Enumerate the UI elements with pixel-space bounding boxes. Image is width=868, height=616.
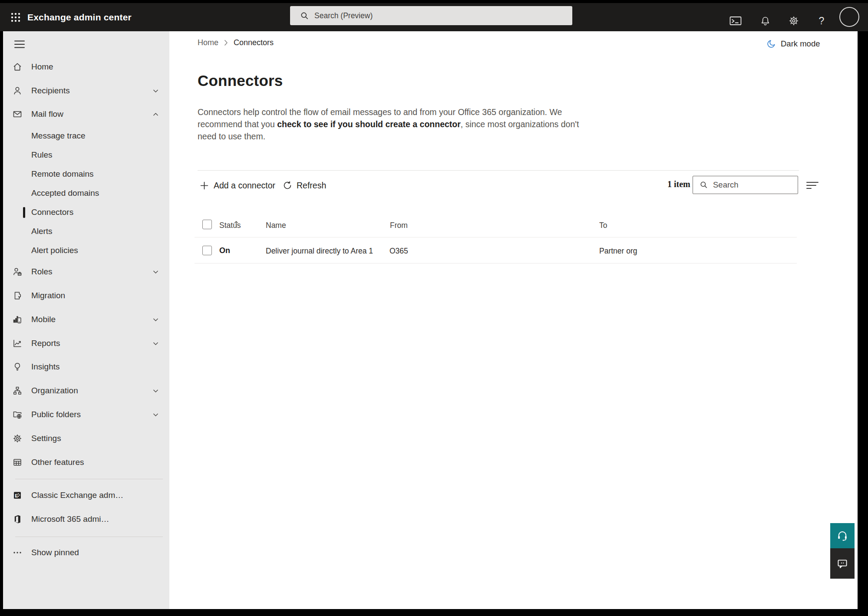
- sidebar-item-label: Public folders: [31, 410, 81, 419]
- exchange-admin-center-window: Exchange admin center: [0, 0, 868, 616]
- sidebar-item-label: Message trace: [31, 131, 86, 141]
- document-arrow-icon: [12, 290, 23, 301]
- gear-icon: [788, 15, 799, 26]
- page-title: Connectors: [198, 72, 283, 89]
- toolbar-top-divider: [198, 170, 799, 171]
- ellipsis-icon: [12, 547, 23, 558]
- sidebar-item-label: Alerts: [31, 227, 53, 236]
- sidebar-item-label: Insights: [31, 362, 59, 372]
- mail-icon: [12, 109, 23, 119]
- sidebar-item-mail-flow[interactable]: Mail flow: [3, 105, 169, 124]
- sidebar-item-label: Other features: [31, 458, 84, 467]
- sidebar-item-other-features[interactable]: Other features: [3, 453, 169, 472]
- sidebar-item-label: Organization: [31, 386, 78, 395]
- person-icon: [12, 86, 23, 96]
- refresh-icon: [283, 181, 292, 190]
- sidebar-item-home[interactable]: Home: [3, 57, 169, 76]
- sidebar-item-message-trace[interactable]: Message trace: [3, 126, 169, 145]
- bell-icon: [760, 16, 771, 26]
- app-launcher-icon: [10, 12, 21, 23]
- folder-globe-icon: [12, 409, 23, 420]
- line-chart-icon: [12, 338, 23, 349]
- sidebar-item-label: Home: [31, 62, 53, 72]
- sidebar-item-label: Show pinned: [31, 548, 79, 557]
- add-connector-button[interactable]: Add a connector: [200, 178, 275, 193]
- help-button[interactable]: ?: [813, 13, 830, 29]
- grid-table-icon: [12, 457, 23, 468]
- support-button[interactable]: [830, 523, 855, 548]
- sidebar-item-mobile[interactable]: Mobile: [3, 310, 169, 329]
- select-all-checkbox[interactable]: [202, 220, 212, 229]
- sidebar-item-reports[interactable]: Reports: [3, 334, 169, 353]
- breadcrumb-home-link[interactable]: Home: [198, 38, 218, 47]
- account-avatar[interactable]: [839, 7, 859, 27]
- terminal-button[interactable]: [727, 13, 744, 29]
- sidebar-item-classic-exchange-admin[interactable]: E Classic Exchange adm…: [3, 486, 169, 505]
- app-launcher-button[interactable]: [6, 8, 25, 26]
- microsoft365-logo-icon: [12, 514, 23, 524]
- row-name: Deliver journal directly to Area 1: [266, 247, 373, 256]
- lightbulb-icon: [12, 362, 23, 372]
- exchange-logo-icon: E: [12, 490, 23, 501]
- sidebar-item-settings[interactable]: Settings: [3, 429, 169, 448]
- app-title: Exchange admin center: [27, 3, 132, 31]
- sidebar-item-rules[interactable]: Rules: [3, 145, 169, 165]
- table-search-input[interactable]: [713, 180, 798, 190]
- chevron-down-icon: [152, 412, 159, 420]
- table-search-box[interactable]: [693, 176, 798, 194]
- column-header-from[interactable]: From: [390, 221, 408, 230]
- sidebar-item-label: Migration: [31, 291, 65, 300]
- collapse-nav-button[interactable]: [11, 37, 28, 52]
- row-checkbox[interactable]: [202, 246, 212, 255]
- sidebar-item-insights[interactable]: Insights: [3, 357, 169, 376]
- sidebar-item-roles[interactable]: Roles: [3, 262, 169, 281]
- global-search-input[interactable]: [314, 11, 572, 20]
- item-count: 1 item: [667, 179, 690, 189]
- sidebar-item-label: Alert policies: [31, 246, 78, 255]
- notifications-button[interactable]: [757, 13, 773, 29]
- moon-icon: [766, 39, 776, 49]
- refresh-button[interactable]: Refresh: [283, 178, 326, 193]
- sidebar-item-alerts[interactable]: Alerts: [3, 222, 169, 241]
- sidebar-item-accepted-domains[interactable]: Accepted domains: [3, 184, 169, 203]
- chevron-down-icon: [152, 269, 159, 277]
- global-search-box[interactable]: [290, 6, 572, 25]
- settings-button[interactable]: [785, 13, 802, 29]
- filter-sort-button[interactable]: [804, 179, 821, 192]
- sidebar-item-recipients[interactable]: Recipients: [3, 81, 169, 100]
- sidebar-item-organization[interactable]: Organization: [3, 381, 169, 400]
- chevron-up-icon: [152, 111, 159, 119]
- sidebar-item-label: Mail flow: [31, 109, 63, 119]
- sidebar-item-migration[interactable]: Migration: [3, 286, 169, 305]
- left-navigation: Home Recipients Mail flow Message trace …: [3, 31, 169, 609]
- gear-icon: [12, 433, 23, 444]
- table-row-divider: [195, 263, 797, 264]
- chevron-down-icon: [152, 88, 159, 96]
- dark-mode-toggle[interactable]: Dark mode: [766, 39, 820, 49]
- sidebar-divider: [15, 537, 163, 537]
- org-chart-icon: [12, 385, 23, 396]
- description-link[interactable]: check to see if you should create a conn…: [277, 119, 461, 129]
- sidebar-item-connectors[interactable]: Connectors: [3, 203, 169, 222]
- feedback-button[interactable]: [830, 548, 855, 579]
- sidebar-item-public-folders[interactable]: Public folders: [3, 405, 169, 424]
- page-description: Connectors help control the flow of emai…: [198, 106, 580, 142]
- chevron-down-icon: [152, 340, 159, 349]
- breadcrumb-current: Connectors: [234, 38, 274, 47]
- main-content: Home Connectors Dark mode Connectors Con…: [169, 31, 858, 609]
- plus-icon: [200, 181, 209, 190]
- sidebar-item-label: Remote domains: [31, 169, 94, 179]
- sidebar-item-alert-policies[interactable]: Alert policies: [3, 241, 169, 260]
- sidebar-divider: [15, 479, 163, 479]
- add-connector-label: Add a connector: [214, 181, 275, 191]
- svg-text:E: E: [15, 493, 18, 498]
- sidebar-item-microsoft-365-admin[interactable]: Microsoft 365 admi…: [3, 510, 169, 529]
- column-header-to[interactable]: To: [599, 221, 607, 230]
- sidebar-item-label: Reports: [31, 339, 60, 348]
- chevron-down-icon: [152, 388, 159, 396]
- chat-icon: [836, 557, 848, 570]
- sidebar-item-label: Classic Exchange adm…: [31, 491, 123, 500]
- sidebar-item-show-pinned[interactable]: Show pinned: [3, 543, 169, 562]
- sidebar-item-remote-domains[interactable]: Remote domains: [3, 165, 169, 184]
- column-header-name[interactable]: Name: [266, 221, 286, 230]
